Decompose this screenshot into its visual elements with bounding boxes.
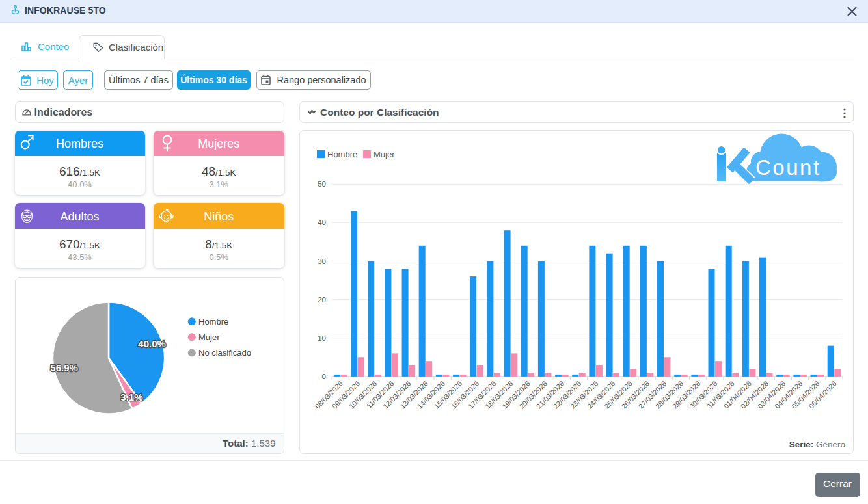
svg-text:20: 20 bbox=[318, 295, 326, 303]
svg-text:3.1%: 3.1% bbox=[120, 391, 142, 403]
svg-text:Serie: Género: Serie: Género bbox=[789, 440, 845, 449]
svg-text:Hombre: Hombre bbox=[327, 150, 357, 159]
svg-text:30: 30 bbox=[318, 257, 326, 265]
svg-text:40: 40 bbox=[318, 219, 326, 226]
svg-text:Mujer: Mujer bbox=[198, 332, 220, 342]
svg-text:Count: Count bbox=[755, 155, 821, 179]
svg-text:10: 10 bbox=[318, 334, 326, 341]
svg-text:56.9%: 56.9% bbox=[50, 362, 78, 373]
svg-text:No clasificado: No clasificado bbox=[198, 348, 251, 358]
svg-text:40.0%: 40.0% bbox=[138, 338, 166, 349]
svg-text:0: 0 bbox=[322, 372, 326, 380]
svg-text:50: 50 bbox=[318, 180, 326, 188]
svg-text:Hombre: Hombre bbox=[198, 317, 228, 326]
svg-text:Mujer: Mujer bbox=[373, 150, 395, 159]
